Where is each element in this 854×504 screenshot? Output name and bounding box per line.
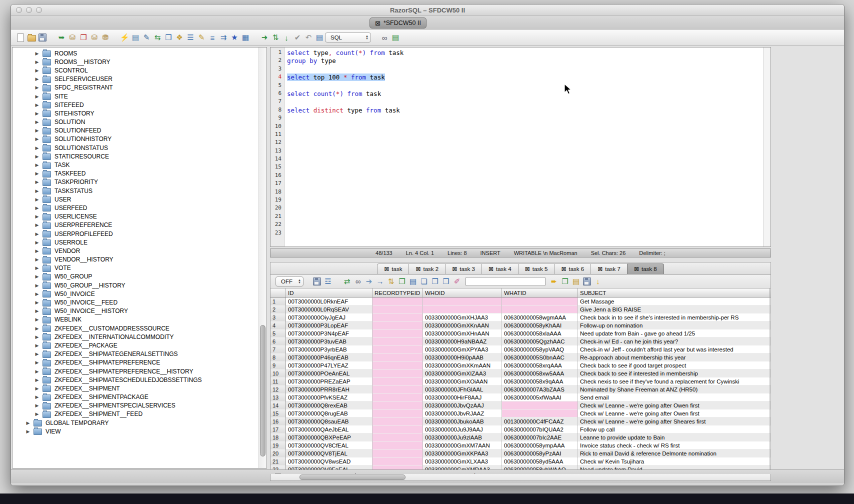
save-results-icon[interactable] xyxy=(312,276,322,286)
grid-cell[interactable]: 0033000000GmXKnAAN xyxy=(423,322,502,330)
grid-cell[interactable] xyxy=(372,338,423,346)
fetch-icon[interactable]: ↓ xyxy=(281,32,292,42)
grid-cell[interactable]: 006300000058yPzAAI xyxy=(502,450,578,458)
close-tab-icon[interactable]: ⊠ xyxy=(634,266,639,272)
new-file-icon[interactable] xyxy=(15,32,26,42)
grid-cell[interactable]: 00T3000000P3yrbEAB xyxy=(286,346,372,354)
grid-cell[interactable]: 0033000000GmXIZAA3 xyxy=(423,370,502,378)
table-row[interactable]: 700T3000000P3yrbEAB0033000000GmXPYAA3006… xyxy=(270,346,771,354)
disclosure-triangle-icon[interactable]: ▶ xyxy=(34,76,40,82)
disclosure-triangle-icon[interactable]: ▶ xyxy=(34,326,40,331)
grid-cell[interactable]: 006300000058yd5AAA xyxy=(502,458,578,466)
table-row[interactable]: 1600T3000000Q8sauEAB0033000000JbukoAAB00… xyxy=(270,418,771,426)
sidebar-item-zkfedex-shipmentpackage[interactable]: ▶ZKFEDEX__SHIPMENTPACKAGE xyxy=(12,393,259,402)
grid-cell[interactable]: 0033000000JbvQzAAJ xyxy=(423,402,502,410)
sidebar-item-userfeed[interactable]: ▶USERFEED xyxy=(12,204,259,212)
export-icon[interactable]: ❐ xyxy=(396,276,408,286)
sidebar-item-sitefeed[interactable]: ▶SITEFEED xyxy=(12,100,259,109)
table-row[interactable]: 1200T3000000PRR8rEAH0033000000JFhGlAAL00… xyxy=(270,386,771,394)
title-bar[interactable]: RazorSQL – SFDCW50 II xyxy=(11,4,844,16)
table-icon[interactable]: ▦ xyxy=(240,32,251,42)
sidebar-item-site[interactable]: ▶SITE xyxy=(12,92,259,100)
disclosure-triangle-icon[interactable]: ▶ xyxy=(34,120,40,124)
table-row[interactable]: 1100T3000000PREZaEAP0033000000GmXOiAAN00… xyxy=(270,378,771,386)
grid-cell[interactable]: 00T3000000OiyJgEAJ xyxy=(286,314,372,322)
table-row[interactable]: 1300T3000000PfvKSEAZ0033000000HirF8AAJ00… xyxy=(270,394,771,402)
table-tree[interactable]: ▶ROOMS▶ROOMS__HISTORY▶SCONTROL▶SELFSERVI… xyxy=(12,48,259,468)
disclosure-triangle-icon[interactable]: ▶ xyxy=(34,360,40,365)
table-row[interactable]: 1500T3000000Q8rugEAB0033000000JbvRJAAZCh… xyxy=(270,410,771,418)
form-view-icon[interactable]: ▤ xyxy=(408,276,418,286)
grid-cell[interactable]: Leanne to provide update to Bain xyxy=(578,434,770,442)
grid-cell[interactable]: 00T3000000P3tuvEAB xyxy=(286,338,372,346)
grid-cell[interactable] xyxy=(372,434,423,442)
save-icon[interactable] xyxy=(37,32,48,42)
grid-cell[interactable]: 00T3000000P3N4pEAF xyxy=(286,330,372,338)
grid-cell[interactable]: 0033000000GmXPYAA3 xyxy=(423,346,502,354)
grid-cell[interactable] xyxy=(372,418,423,426)
grid-cell[interactable]: 00T3000000QBXPeEAP xyxy=(286,434,372,442)
sidebar-item-zkfedex-shipmatescheduledjobssettings[interactable]: ▶ZKFEDEX__SHIPMATESCHEDULEDJOBSSETTINGS xyxy=(12,376,259,384)
tree-scrollbar[interactable] xyxy=(258,48,266,468)
indent-icon[interactable]: ⇉ xyxy=(218,32,229,42)
results-grid[interactable]: IDRECORDTYPEIDWHOIDWHATIDSUBJECTAC100T30… xyxy=(270,288,771,474)
grid-cell[interactable]: Give Jenn a BIG RAISE xyxy=(578,306,770,314)
grid-cell[interactable] xyxy=(502,306,578,314)
rollback-icon[interactable]: ↶ xyxy=(303,32,314,42)
results-tab-task-3[interactable]: ⊠task 3 xyxy=(445,264,482,274)
copy-with-headers-icon[interactable]: ❒ xyxy=(440,276,452,286)
grid-cell[interactable]: Check w/ Leanne - we're going after Owen… xyxy=(578,402,770,410)
disclosure-triangle-icon[interactable]: ▶ xyxy=(26,420,30,426)
grid-cell[interactable]: 0033000000GmXHnAAN xyxy=(423,330,502,338)
grid-cell[interactable]: 0033000000Ju9zlAAB xyxy=(423,434,502,442)
grid-horizontal-scrollbar[interactable] xyxy=(270,474,771,481)
document-tab[interactable]: ⊠ *SFDCW50 II xyxy=(370,18,426,28)
sort-icon[interactable]: ⇅ xyxy=(386,276,396,286)
disclosure-triangle-icon[interactable]: ▶ xyxy=(34,85,40,90)
disclosure-triangle-icon[interactable]: ▶ xyxy=(34,68,40,73)
grid-cell[interactable] xyxy=(372,402,423,410)
grid-cell[interactable]: 00T3000000P47LYEAZ xyxy=(286,362,372,370)
disclosure-triangle-icon[interactable]: ▶ xyxy=(34,60,40,64)
refresh-icon[interactable]: ⇄ xyxy=(342,276,352,286)
sidebar-item-zkfedex-shipmentspecialservices[interactable]: ▶ZKFEDEX__SHIPMENTSPECIALSERVICES xyxy=(12,402,259,410)
results-tab-task-5[interactable]: ⊠task 5 xyxy=(518,264,554,274)
grid-cell[interactable] xyxy=(372,370,423,378)
grid-cell[interactable]: 00T3000000QV8wsEAD xyxy=(286,458,372,466)
grid-cell[interactable]: 00630000005QgzhAAC xyxy=(502,338,578,346)
disclosure-triangle-icon[interactable]: ▶ xyxy=(34,257,40,262)
disclosure-triangle-icon[interactable]: ▶ xyxy=(34,386,40,391)
single-row-view-icon[interactable]: ❏ xyxy=(418,276,430,286)
disclosure-triangle-icon[interactable]: ▶ xyxy=(34,128,40,133)
grid-cell[interactable]: Check w/ Leanne - we're going after Shea… xyxy=(578,418,770,426)
disclosure-triangle-icon[interactable]: ▶ xyxy=(34,180,40,184)
grid-cell[interactable]: 00630000007A3bZAAS xyxy=(502,386,578,394)
results-tab-task-2[interactable]: ⊠task 2 xyxy=(408,264,445,274)
grid-cell[interactable]: 00T3000000QV8CfEAL xyxy=(286,442,372,450)
results-search-input[interactable] xyxy=(466,277,546,286)
disclosure-triangle-icon[interactable]: ▶ xyxy=(26,429,30,434)
sidebar-item-userprofilefeed[interactable]: ▶USERPROFILEFEED xyxy=(12,230,259,238)
execute-icon[interactable]: ➜ xyxy=(259,32,270,42)
row-limit-select[interactable]: OFF▲▼ xyxy=(276,276,304,286)
sidebar-item-taskpriority[interactable]: ▶TASKPRIORITY xyxy=(12,178,259,186)
sidebar-item-w50-group-history[interactable]: ▶W50_GROUP__HISTORY xyxy=(12,281,259,290)
database-copy-icon[interactable]: ❐ xyxy=(78,32,89,42)
table-row[interactable]: 400T3000000P3LopEAF0033000000GmXKnAAN006… xyxy=(270,322,771,330)
commit-icon[interactable]: ✔ xyxy=(292,32,303,42)
disclosure-triangle-icon[interactable]: ▶ xyxy=(34,111,40,116)
disclosure-triangle-icon[interactable]: ▶ xyxy=(34,136,40,142)
filter-icon[interactable]: ☲ xyxy=(322,276,334,286)
sidebar-item-userlicense[interactable]: ▶USERLICENSE xyxy=(12,212,259,221)
disclosure-triangle-icon[interactable]: ▶ xyxy=(34,94,40,99)
scroll-to-end-icon[interactable]: ↓ xyxy=(592,276,604,286)
results-tab-task-7[interactable]: ⊠task 7 xyxy=(590,264,627,274)
close-tab-icon[interactable]: ⊠ xyxy=(416,266,420,272)
grid-cell[interactable]: 006300000058x9qAAA xyxy=(502,378,578,386)
grid-cell[interactable]: 00T3000000P3LopEAF xyxy=(286,322,372,330)
database-icon[interactable]: ⛃ xyxy=(100,32,111,42)
table-row[interactable]: 1000T3000000POeAnEAL0033000000GmXIZAA300… xyxy=(270,370,771,378)
table-row[interactable]: 2000T3000000QV8TjEAL0033000000GmXKPAA300… xyxy=(270,450,771,458)
view-row-icon[interactable]: ∞ xyxy=(352,276,364,286)
disclosure-triangle-icon[interactable]: ▶ xyxy=(34,222,40,228)
